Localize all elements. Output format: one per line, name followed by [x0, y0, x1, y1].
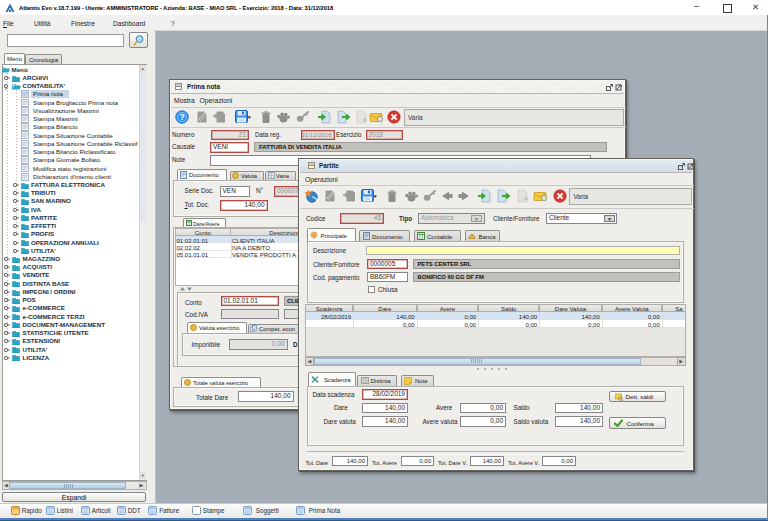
svg-text:?: ? [179, 112, 184, 122]
